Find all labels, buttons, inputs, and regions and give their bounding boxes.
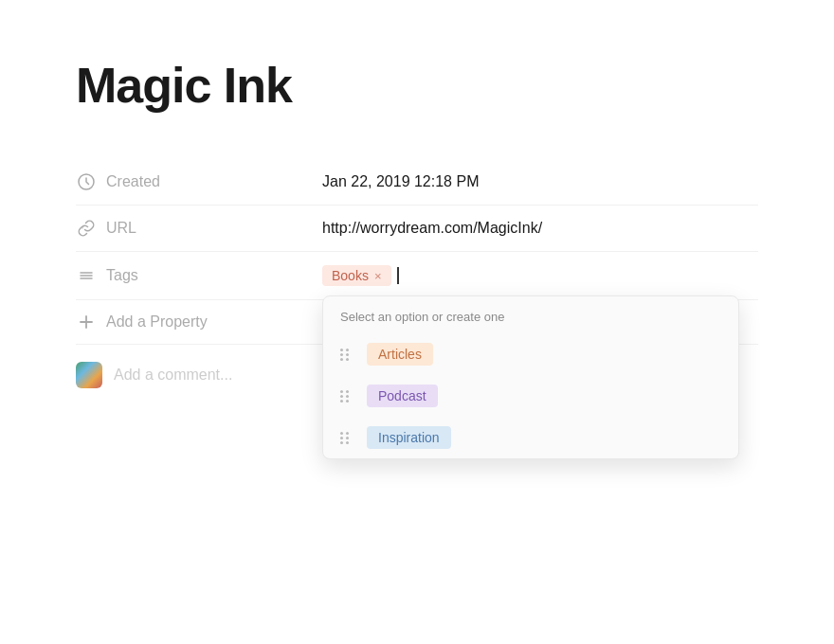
page-title: Magic Ink <box>76 57 758 114</box>
comment-placeholder: Add a comment... <box>114 367 232 384</box>
drag-handle-articles <box>340 349 355 361</box>
articles-chip: Articles <box>367 343 433 366</box>
url-icon <box>76 219 97 238</box>
tags-input-area[interactable]: Books × <box>322 265 399 286</box>
add-icon <box>76 313 97 331</box>
option-inspiration[interactable]: Inspiration <box>323 417 738 458</box>
tags-property-row[interactable]: Tags Books × Select an option or create … <box>76 252 758 300</box>
dropdown-hint: Select an option or create one <box>323 296 738 333</box>
drag-handle-podcast <box>340 390 355 402</box>
url-property-name: URL <box>106 220 136 237</box>
url-value: http://worrydream.com/MagicInk/ <box>322 220 758 237</box>
tags-icon <box>76 266 97 285</box>
add-property-label: Add a Property <box>76 313 208 331</box>
created-property-name: Created <box>106 173 160 190</box>
add-property-text: Add a Property <box>106 313 208 331</box>
inspiration-chip: Inspiration <box>367 426 451 449</box>
created-label: Created <box>76 172 322 191</box>
option-podcast[interactable]: Podcast <box>323 375 738 417</box>
url-property-row: URL http://worrydream.com/MagicInk/ <box>76 206 758 252</box>
tags-property-name: Tags <box>106 267 138 284</box>
books-tag: Books × <box>322 265 391 286</box>
clock-icon <box>76 172 97 191</box>
tags-dropdown: Select an option or create one Articles <box>322 295 739 459</box>
books-tag-remove[interactable]: × <box>374 269 382 283</box>
text-cursor <box>397 267 399 284</box>
created-property-row: Created Jan 22, 2019 12:18 PM <box>76 159 758 206</box>
option-articles[interactable]: Articles <box>323 333 738 375</box>
url-label: URL <box>76 219 322 238</box>
created-value: Jan 22, 2019 12:18 PM <box>322 173 758 190</box>
page-container: Magic Ink Created Jan 22, 2019 12:18 PM <box>0 0 834 443</box>
books-tag-label: Books <box>332 268 369 283</box>
podcast-chip: Podcast <box>367 385 438 407</box>
user-avatar <box>76 362 102 388</box>
drag-handle-inspiration <box>340 432 355 444</box>
tags-label: Tags <box>76 266 322 285</box>
